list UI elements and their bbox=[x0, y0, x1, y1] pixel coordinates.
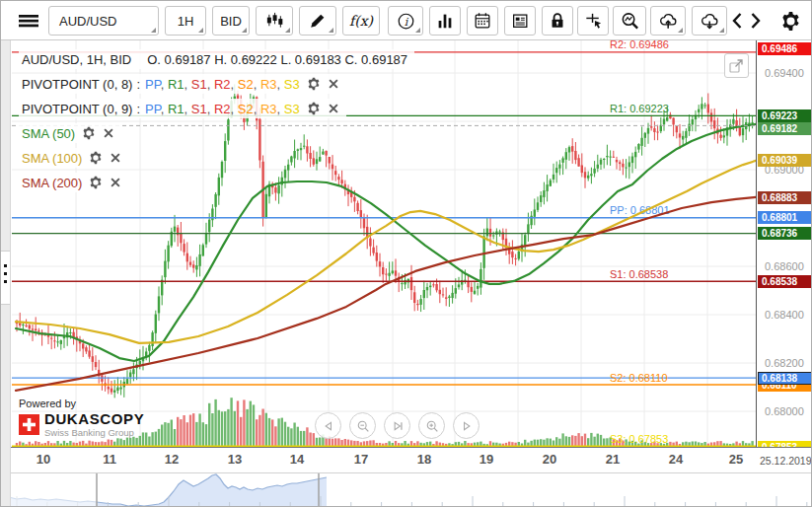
pivot-line-label: S2: 0.68110 bbox=[610, 372, 668, 384]
pivot-level-r3[interactable]: R3 bbox=[260, 77, 277, 92]
crosshair-icon bbox=[583, 11, 604, 32]
pivot-line-label: S3: 0.67853 bbox=[610, 433, 668, 445]
price-axis[interactable]: 0.694000.690000.686000.684000.682000.680… bbox=[756, 40, 812, 447]
timeframe-select[interactable]: 1H bbox=[165, 6, 206, 36]
price-axis-label: 0.69400 bbox=[765, 67, 804, 79]
time-axis-label: 20 bbox=[543, 452, 556, 467]
step-back-button[interactable] bbox=[315, 412, 341, 439]
legend-sma200-row: SMA (200) bbox=[19, 173, 128, 192]
price-axis-label: 0.68400 bbox=[765, 309, 804, 321]
overview-chart[interactable] bbox=[1, 473, 812, 507]
pivot-line-label: S1: 0.68538 bbox=[610, 268, 668, 280]
legend-sma50-row: SMA (50) bbox=[19, 123, 121, 143]
draw-tools-button[interactable] bbox=[299, 6, 336, 36]
price-side-label: BID bbox=[220, 14, 242, 29]
price-axis-tag: 0.69223 bbox=[758, 109, 812, 122]
pivot-level-r3[interactable]: R3 bbox=[260, 102, 277, 116]
price-side-select[interactable]: BID bbox=[212, 6, 250, 36]
open-in-window-icon bbox=[728, 57, 745, 74]
pivot-level-s2[interactable]: S2 bbox=[238, 102, 254, 116]
indicator-settings-button[interactable] bbox=[82, 126, 96, 140]
zoom-in-button[interactable] bbox=[418, 412, 445, 439]
time-axis-label: 24 bbox=[669, 452, 683, 467]
news-button[interactable] bbox=[504, 6, 536, 36]
pivot-level-s1[interactable]: S1 bbox=[191, 77, 207, 92]
chart-navigation bbox=[315, 412, 480, 439]
fx-icon: f(x) bbox=[349, 13, 373, 29]
indicator-name: SMA (50) bbox=[22, 126, 75, 141]
zoom-out-button[interactable] bbox=[349, 412, 376, 439]
pencil-icon bbox=[308, 11, 328, 31]
pivot-level-pp[interactable]: PP bbox=[145, 102, 161, 116]
calendar-button[interactable] bbox=[467, 6, 498, 36]
go-to-end-button[interactable] bbox=[384, 412, 410, 439]
indicator-remove-button[interactable] bbox=[328, 78, 339, 90]
indicator-remove-button[interactable] bbox=[110, 177, 121, 188]
candlestick-icon bbox=[264, 11, 285, 31]
volume-bars-icon bbox=[435, 11, 455, 31]
time-axis-label: 25 bbox=[729, 452, 743, 467]
info-button[interactable]: i bbox=[388, 6, 423, 36]
svg-text:i: i bbox=[404, 15, 408, 28]
brand-subtitle: Swiss Banking Group bbox=[44, 427, 144, 438]
time-axis[interactable]: 25.12.2019 101112131417181920212425 bbox=[1, 447, 812, 472]
pivot-level-s3[interactable]: S3 bbox=[284, 102, 300, 116]
time-axis-label: 18 bbox=[417, 452, 431, 467]
indicator-remove-button[interactable] bbox=[328, 103, 339, 114]
pivot-level-s2[interactable]: S2 bbox=[238, 77, 254, 92]
popout-chart-button[interactable] bbox=[724, 53, 749, 78]
separator: , bbox=[231, 102, 238, 116]
pivot-level-s3[interactable]: S3 bbox=[284, 77, 300, 92]
volume-toggle-button[interactable] bbox=[429, 6, 461, 36]
time-axis-label: 13 bbox=[228, 452, 242, 467]
zoom-chart-icon bbox=[620, 11, 640, 32]
close-icon bbox=[110, 177, 121, 188]
splitter-drag-handle[interactable] bbox=[1, 251, 10, 305]
price-axis-tag: 0.68538 bbox=[758, 275, 812, 288]
time-axis-label: 12 bbox=[165, 452, 179, 467]
pivot-level-r1[interactable]: R1 bbox=[168, 77, 185, 92]
separator: , bbox=[277, 102, 284, 116]
skip-to-end-icon bbox=[389, 417, 406, 435]
pivot-level-s1[interactable]: S1 bbox=[191, 102, 207, 116]
pivot-level-r1[interactable]: R1 bbox=[168, 102, 185, 116]
indicator-remove-button[interactable] bbox=[110, 152, 121, 164]
separator: : bbox=[136, 102, 140, 116]
crosshair-button[interactable] bbox=[577, 6, 609, 36]
legend-pivotpoint-row-1: PIVOTPOINT (0, 8) : PP, R1, S1, R2, S2, … bbox=[19, 74, 346, 94]
settings-button[interactable] bbox=[776, 6, 804, 36]
legend-sma100-row: SMA (100) bbox=[19, 148, 128, 168]
pivot-level-r2[interactable]: R2 bbox=[214, 102, 231, 116]
load-workspace-button[interactable] bbox=[692, 6, 727, 36]
indicator-settings-button[interactable] bbox=[89, 151, 103, 165]
indicator-remove-button[interactable] bbox=[103, 127, 114, 139]
separator: , bbox=[161, 77, 168, 92]
cloud-upload-icon bbox=[657, 11, 679, 32]
zoom-mode-button[interactable] bbox=[613, 6, 646, 36]
overview-navigator[interactable] bbox=[1, 472, 812, 507]
scroll-left-button[interactable] bbox=[729, 6, 745, 36]
separator: , bbox=[207, 77, 214, 92]
separator: , bbox=[277, 77, 284, 92]
save-workspace-button[interactable] bbox=[650, 6, 686, 36]
pivot-level-pp[interactable]: PP bbox=[145, 77, 161, 92]
scroll-right-button[interactable] bbox=[748, 6, 764, 36]
indicator-settings-button[interactable] bbox=[89, 176, 103, 189]
info-icon: i bbox=[396, 11, 416, 32]
time-axis-label: 11 bbox=[103, 452, 116, 467]
menu-button[interactable] bbox=[14, 6, 43, 36]
separator: , bbox=[185, 102, 191, 116]
indicators-button[interactable]: f(x) bbox=[342, 6, 380, 36]
indicator-settings-button[interactable] bbox=[307, 102, 321, 115]
chart-type-button[interactable] bbox=[256, 6, 293, 36]
step-forward-button[interactable] bbox=[453, 412, 480, 439]
symbol-select[interactable]: AUD/USD bbox=[48, 6, 159, 36]
time-axis-label: 10 bbox=[37, 452, 50, 467]
close-icon bbox=[110, 152, 121, 164]
lock-button[interactable] bbox=[542, 6, 573, 36]
pivot-levels: PP, R1, S1, R2, S2, R3, S3 bbox=[145, 77, 300, 92]
price-axis-tag: 0.68138 bbox=[758, 372, 812, 385]
pivot-level-r2[interactable]: R2 bbox=[214, 77, 231, 92]
price-axis-tag: 0.68801 bbox=[758, 211, 812, 224]
indicator-settings-button[interactable] bbox=[307, 77, 321, 91]
